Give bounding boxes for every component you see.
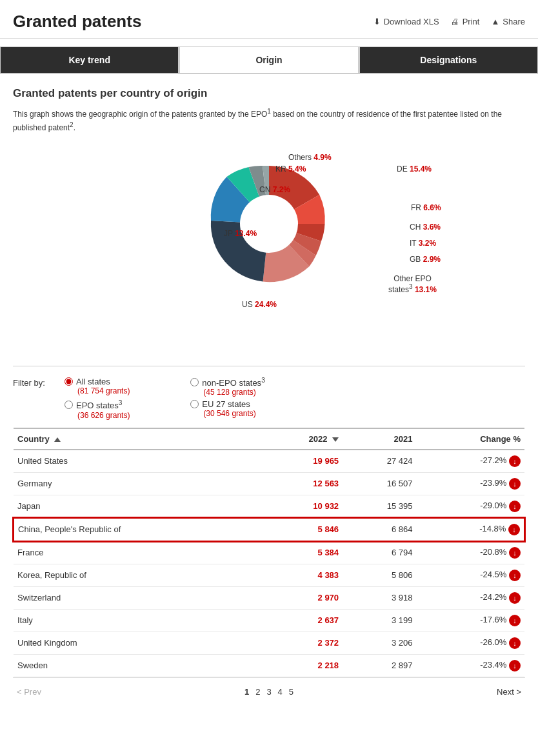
next-button[interactable]: Next > [497,687,521,697]
cell-2021: 27 424 [343,450,416,473]
cell-change: -24.5% ↓ [416,564,524,586]
sort-2022-desc-icon [332,437,339,442]
change-down-icon: ↓ [509,501,521,512]
filter-non-epo-radio[interactable] [190,378,199,386]
label-jp: JP 13.4% [224,229,257,238]
cell-2022: 12 563 [259,472,343,495]
col-2022[interactable]: 2022 [259,428,343,450]
change-down-icon: ↓ [509,592,521,604]
label-kr: KR 5.4% [275,164,306,174]
filter-epo-radio[interactable] [65,401,73,409]
filter-epo-label: EPO states3 [76,399,122,410]
description: This graph shows the geographic origin o… [13,106,525,134]
filter-eu27-count: (30 546 grants) [190,409,264,418]
filter-epo-count: (36 626 grants) [65,411,139,420]
label-others: Others 4.9% [288,153,332,162]
page-3[interactable]: 3 [266,687,271,697]
cell-2021: 16 507 [343,472,416,495]
label-it: IT 3.2% [410,239,436,248]
label-gb: GB 2.9% [410,255,441,264]
change-down-icon: ↓ [509,615,521,626]
table-header-row: Country 2022 2021 Change % [14,428,524,450]
table-row: China, People's Republic of 5 846 6 864 … [14,518,524,541]
cell-2021: 3 199 [343,609,416,632]
label-ch: CH 3.6% [410,223,441,232]
cell-country: Japan [14,495,259,518]
cell-2021: 3 918 [343,586,416,609]
cell-country: Germany [14,472,259,495]
download-label: Download XLS [384,17,439,26]
filter-eu27-radio[interactable] [190,400,199,408]
filter-all-states: All states (81 754 grants) [65,377,139,397]
cell-2022: 2 970 [259,586,343,609]
table-body: United States 19 965 27 424 -27.2% ↓ Ger… [14,450,524,677]
divider [13,366,525,366]
label-cn: CN 7.2% [259,185,290,194]
cell-change: -23.9% ↓ [416,472,524,495]
col-country[interactable]: Country [14,428,259,450]
cell-country: Korea, Republic of [14,564,259,586]
cell-2021: 6 794 [343,541,416,564]
page-2[interactable]: 2 [255,687,260,697]
table-row: United States 19 965 27 424 -27.2% ↓ [14,450,524,473]
print-action[interactable]: 🖨 Print [451,17,480,26]
cell-2022: 2 218 [259,654,343,677]
cell-change: -14.8% ↓ [416,518,524,541]
cell-2021: 3 206 [343,632,416,654]
tab-designations[interactable]: Designations [359,46,538,73]
change-down-icon: ↓ [509,570,521,581]
label-other-epo: Other EPOstates3 13.1% [388,274,437,294]
filter-non-epo-label: non-EPO states3 [202,377,264,388]
change-down-icon: ↓ [509,660,521,671]
cell-country: Sweden [14,654,259,677]
table-row: Switzerland 2 970 3 918 -24.2% ↓ [14,586,524,609]
cell-change: -23.4% ↓ [416,654,524,677]
change-down-icon: ↓ [508,524,520,535]
change-down-icon: ↓ [509,478,521,490]
cell-2021: 5 806 [343,564,416,586]
section-title: Granted patents per country of origin [13,87,525,100]
print-icon: 🖨 [451,17,459,26]
cell-2022: 5 384 [259,541,343,564]
tab-origin[interactable]: Origin [179,46,359,73]
pie-labels: Others 4.9% KR 5.4% CN 7.2% JP 13.4% US … [159,146,482,346]
filter-eu27: EU 27 states (30 546 grants) [190,399,264,419]
cell-country: Italy [14,609,259,632]
change-down-icon: ↓ [509,455,521,467]
filter-section: Filter by: All states (81 754 grants) no… [13,377,525,428]
filter-eu27-label: EU 27 states [202,399,250,409]
pie-chart: Others 4.9% KR 5.4% CN 7.2% JP 13.4% US … [159,146,379,327]
cell-country: United States [14,450,259,473]
page-header: Granted patents ⬇ Download XLS 🖨 Print ▲… [0,0,538,39]
table-row: Sweden 2 218 2 897 -23.4% ↓ [14,654,524,677]
share-action[interactable]: ▲ Share [491,17,525,26]
filter-all-states-radio[interactable] [65,377,73,386]
cell-country: Switzerland [14,586,259,609]
pagination: < Prev 1 2 3 4 5 Next > [13,677,525,706]
tab-bar: Key trend Origin Designations [0,46,538,74]
col-change: Change % [416,428,524,450]
prev-button[interactable]: < Prev [17,687,41,697]
download-action[interactable]: ⬇ Download XLS [374,17,439,26]
download-icon: ⬇ [374,17,381,26]
tab-key-trend[interactable]: Key trend [0,46,179,73]
cell-change: -29.0% ↓ [416,495,524,518]
change-down-icon: ↓ [509,547,521,559]
cell-change: -26.0% ↓ [416,632,524,654]
page-4[interactable]: 4 [278,687,283,697]
cell-2021: 6 864 [343,518,416,541]
filter-options: All states (81 754 grants) non-EPO state… [65,377,265,420]
share-label: Share [503,17,525,26]
cell-country: United Kingdom [14,632,259,654]
cell-country: France [14,541,259,564]
filter-all-states-count: (81 754 grants) [65,386,139,395]
page-1[interactable]: 1 [244,687,249,697]
change-down-icon: ↓ [509,637,521,649]
table-row: Germany 12 563 16 507 -23.9% ↓ [14,472,524,495]
cell-change: -17.6% ↓ [416,609,524,632]
filter-non-epo: non-EPO states3 (45 128 grants) [190,377,264,397]
page-5[interactable]: 5 [289,687,294,697]
header-actions: ⬇ Download XLS 🖨 Print ▲ Share [374,17,525,26]
col-2021: 2021 [343,428,416,450]
cell-change: -24.2% ↓ [416,586,524,609]
